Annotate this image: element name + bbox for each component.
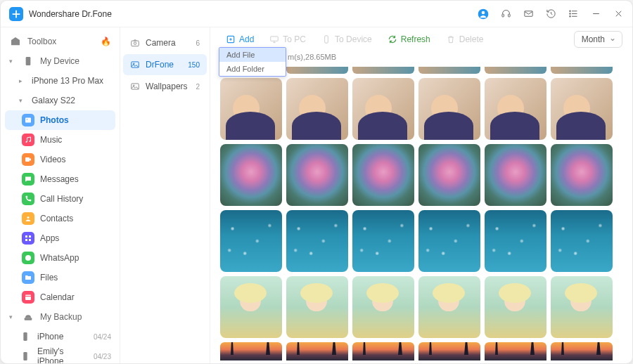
thumb[interactable]: [485, 144, 546, 206]
sidebar-category-messages[interactable]: Messages: [1, 169, 120, 189]
sidebar-device-galaxys22[interactable]: ▾ Galaxy S22: [1, 91, 120, 110]
svg-point-5: [569, 11, 570, 11]
whatsapp-icon: [22, 252, 34, 264]
sidebar-category-files[interactable]: Files: [1, 268, 120, 287]
thumb[interactable]: [551, 342, 613, 360]
history-icon[interactable]: [545, 8, 556, 20]
sidebar-backup-emily[interactable]: Emily's iPhone 04/23: [1, 346, 120, 363]
thumb[interactable]: [551, 276, 613, 338]
thumb[interactable]: [551, 144, 613, 206]
photo-grid[interactable]: [210, 67, 632, 363]
svg-rect-22: [23, 332, 27, 341]
sidebar-my-device[interactable]: ▾ My Device: [1, 51, 120, 71]
videos-icon: [22, 153, 34, 166]
svg-rect-18: [29, 239, 31, 241]
album-wallpapers[interactable]: Wallpapers 2: [123, 76, 207, 97]
thumb[interactable]: [286, 210, 348, 272]
thumb[interactable]: [220, 210, 282, 272]
list-icon[interactable]: [568, 8, 579, 20]
thumb[interactable]: [485, 78, 546, 140]
album-list: Camera 6 DrFone 150 Wallpapers 2: [120, 27, 210, 363]
sidebar-category-music[interactable]: Music: [1, 130, 120, 150]
sidebar-category-apps[interactable]: Apps: [1, 228, 120, 248]
music-icon: [22, 134, 34, 146]
thumb[interactable]: [220, 342, 282, 360]
mail-icon[interactable]: [523, 8, 534, 20]
thumb[interactable]: [286, 144, 348, 206]
filter-select[interactable]: Month: [574, 31, 622, 48]
svg-point-19: [25, 255, 31, 261]
svg-point-10: [27, 119, 28, 120]
camera-icon: [130, 38, 140, 48]
delete-button[interactable]: Delete: [440, 32, 490, 47]
account-icon[interactable]: [478, 8, 489, 20]
thumb[interactable]: [551, 67, 613, 74]
add-button[interactable]: Add: [220, 32, 260, 47]
thumb[interactable]: [286, 67, 348, 74]
device-icon: [321, 34, 331, 44]
toolbar: Add To PC To Device Refresh Delete: [210, 27, 632, 51]
image-icon: [130, 60, 140, 70]
thumb[interactable]: [485, 67, 546, 74]
delete-icon: [446, 34, 456, 44]
thumb[interactable]: [220, 144, 282, 206]
svg-rect-35: [325, 36, 328, 44]
album-drfone[interactable]: DrFone 150: [123, 54, 207, 75]
thumb[interactable]: [352, 276, 414, 338]
close-icon[interactable]: [613, 8, 624, 20]
call-icon: [22, 193, 34, 205]
chevron-down-icon: ▾: [9, 58, 16, 65]
to-pc-button[interactable]: To PC: [264, 32, 312, 47]
thumb[interactable]: [286, 342, 348, 360]
apps-icon: [22, 232, 34, 245]
sidebar-backup-iphone[interactable]: iPhone 04/24: [1, 327, 120, 346]
thumb[interactable]: [352, 78, 414, 140]
svg-rect-4: [524, 11, 532, 17]
thumb[interactable]: [418, 210, 480, 272]
refresh-icon: [388, 34, 397, 44]
sidebar-category-videos[interactable]: Videos: [1, 150, 120, 169]
calendar-icon: [22, 291, 34, 304]
thumb[interactable]: [551, 210, 613, 272]
backup-icon: [22, 311, 34, 323]
svg-rect-27: [132, 41, 139, 46]
sidebar-my-backup[interactable]: ▾ My Backup: [1, 307, 120, 327]
thumb[interactable]: [352, 67, 414, 74]
sidebar-toolbox[interactable]: Toolbox 🔥: [1, 32, 120, 51]
thumb[interactable]: [352, 210, 414, 272]
menu-add-folder[interactable]: Add Folder: [219, 62, 286, 76]
thumb[interactable]: [220, 78, 282, 140]
thumb[interactable]: [418, 67, 480, 74]
to-device-button[interactable]: To Device: [316, 32, 378, 47]
sidebar-category-photos[interactable]: Photos: [5, 110, 115, 130]
thumb[interactable]: [418, 342, 480, 360]
menu-add-file[interactable]: Add File: [219, 48, 286, 62]
thumb[interactable]: [220, 276, 282, 338]
svg-rect-8: [26, 57, 31, 65]
device-icon: [22, 55, 34, 67]
sidebar-category-callhistory[interactable]: Call History: [1, 189, 120, 209]
thumb[interactable]: [418, 78, 480, 140]
sidebar-category-contacts[interactable]: Contacts: [1, 209, 120, 228]
thumb[interactable]: [418, 144, 480, 206]
sidebar-category-whatsapp[interactable]: WhatsApp: [1, 248, 120, 268]
thumb[interactable]: [418, 276, 480, 338]
svg-rect-2: [501, 14, 504, 17]
thumb[interactable]: [286, 276, 348, 338]
thumb[interactable]: [352, 342, 414, 360]
thumb[interactable]: [551, 78, 613, 140]
thumb[interactable]: [286, 78, 348, 140]
album-camera[interactable]: Camera 6: [123, 32, 207, 53]
thumb[interactable]: [485, 276, 546, 338]
phone-icon: [19, 350, 32, 363]
add-menu: Add File Add Folder: [219, 47, 286, 77]
minimize-icon[interactable]: [590, 8, 601, 20]
thumb[interactable]: [485, 342, 546, 360]
headset-icon[interactable]: [500, 8, 511, 20]
thumb[interactable]: [352, 144, 414, 206]
svg-point-11: [26, 141, 27, 143]
refresh-button[interactable]: Refresh: [382, 32, 436, 47]
thumb[interactable]: [485, 210, 546, 272]
sidebar-device-iphone13[interactable]: ▸ iPhone 13 Pro Max: [1, 71, 120, 91]
sidebar-category-calendar[interactable]: Calendar: [1, 287, 120, 307]
